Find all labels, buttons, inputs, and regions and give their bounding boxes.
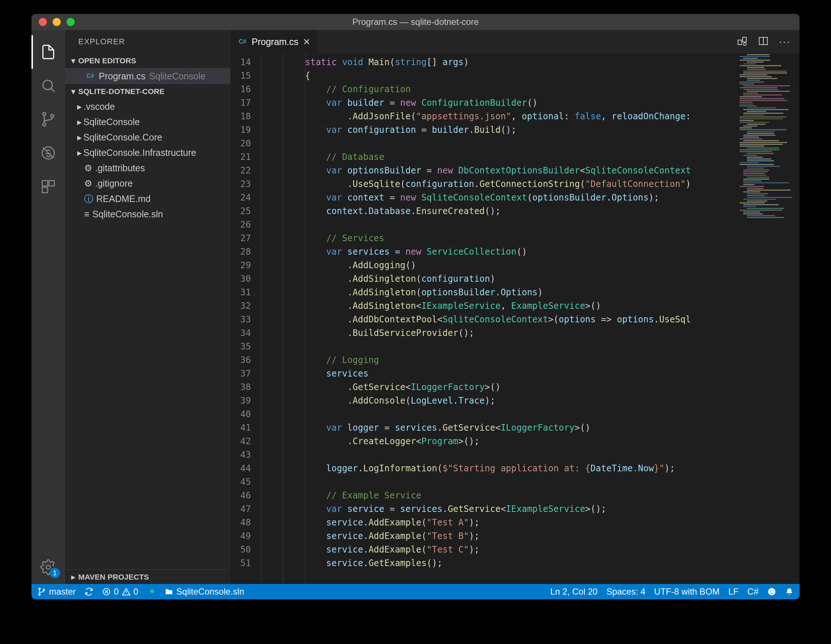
error-icon (102, 587, 111, 596)
info-file-icon: ⓘ (84, 193, 93, 205)
tree-item[interactable]: ⚙.gitignore (65, 175, 231, 191)
open-editor-filename: Program.cs (99, 71, 146, 81)
compare-icon[interactable] (737, 35, 748, 48)
split-editor-button[interactable] (758, 35, 769, 48)
maximize-window-button[interactable] (67, 18, 75, 26)
project-label: SQLITE-DOTNET-CORE (78, 87, 165, 96)
encoding-status[interactable]: UTF-8 with BOM (654, 587, 720, 597)
tree-item[interactable]: ⓘREADME.md (65, 191, 231, 206)
svg-point-2 (43, 123, 46, 126)
language-status[interactable]: C# (747, 587, 759, 597)
tree-item-label: SqliteConsole.Infrastructure (83, 147, 196, 158)
omnisharp-status[interactable] (147, 587, 156, 596)
gear-file-icon: ⚙ (84, 163, 92, 174)
line-gutter[interactable]: 1415161718192021222324252627282930313233… (231, 53, 261, 584)
svg-point-13 (39, 588, 40, 590)
maven-label: MAVEN PROJECTS (78, 573, 149, 582)
tree-item[interactable]: ▸SqliteConsole.Core (65, 129, 231, 145)
indent-status[interactable]: Spaces: 4 (607, 587, 646, 597)
open-editor-path: SqliteConsole (149, 71, 205, 81)
git-branch-icon (40, 111, 56, 128)
close-window-button[interactable] (39, 18, 47, 26)
close-tab-button[interactable]: ✕ (303, 37, 310, 47)
files-icon (40, 44, 56, 60)
tree-item-label: SqliteConsole.sln (92, 209, 163, 220)
smiley-icon (767, 587, 776, 596)
project-selector[interactable]: SqliteConsole.sln (165, 587, 244, 597)
minimap[interactable] (737, 53, 799, 584)
source-control-tab[interactable] (32, 102, 65, 136)
tree-item[interactable]: ▸.vscode (65, 99, 231, 114)
tree-item-label: README.md (96, 194, 151, 204)
extensions-icon (40, 179, 56, 194)
svg-point-19 (772, 591, 774, 592)
warning-icon (122, 587, 131, 596)
update-badge: 1 (50, 568, 60, 578)
traffic-lights (39, 18, 75, 26)
settings-button[interactable]: 1 (32, 550, 65, 584)
search-icon (40, 78, 56, 94)
code-editor[interactable]: static void Main(string[] args){ // Conf… (261, 53, 799, 584)
tree-item[interactable]: ▸SqliteConsole (65, 114, 231, 129)
titlebar[interactable]: Program.cs — sqlite-dotnet-core (32, 14, 799, 30)
tree-item-label: SqliteConsole (83, 117, 140, 128)
svg-point-1 (43, 112, 46, 115)
svg-point-3 (51, 115, 54, 118)
svg-point-8 (46, 565, 51, 569)
file-icon: ≡ (84, 209, 90, 220)
chevron-right-icon: ▸ (75, 117, 83, 128)
tree-item-label: SqliteConsole.Core (83, 132, 162, 143)
tree-item-label: .gitattributes (95, 163, 145, 174)
open-editors-section[interactable]: ▾ OPEN EDITORS (65, 53, 231, 68)
chevron-right-icon: ▸ (75, 132, 83, 143)
tree-item[interactable]: ≡SqliteConsole.sln (65, 206, 231, 222)
svg-point-15 (43, 589, 45, 591)
notifications-button[interactable] (785, 587, 794, 596)
svg-rect-5 (43, 181, 48, 186)
tree-item[interactable]: ⚙.gitattributes (65, 160, 231, 175)
sync-button[interactable] (84, 587, 93, 596)
branch-name: master (49, 587, 76, 597)
svg-point-18 (770, 591, 771, 592)
window-title: Program.cs — sqlite-dotnet-core (352, 17, 478, 27)
sidebar-title: EXPLORER (65, 30, 231, 53)
csharp-file-icon: C# (238, 37, 247, 46)
svg-point-0 (43, 80, 52, 90)
csharp-file-icon: C# (86, 71, 95, 81)
svg-rect-6 (49, 181, 54, 186)
open-editor-item[interactable]: C# Program.cs SqliteConsole (65, 68, 231, 84)
error-count: 0 (114, 587, 118, 597)
extensions-tab[interactable] (32, 170, 65, 204)
editor-area: C# Program.cs ✕ ··· 14151617181920212223… (231, 30, 799, 584)
feedback-button[interactable] (767, 587, 776, 596)
problems-status[interactable]: 0 0 (102, 587, 138, 597)
maven-section[interactable]: ▸ MAVEN PROJECTS (65, 569, 231, 584)
chevron-right-icon: ▸ (75, 147, 83, 158)
svg-rect-7 (43, 187, 48, 193)
cursor-position[interactable]: Ln 2, Col 20 (550, 587, 597, 597)
search-tab[interactable] (32, 69, 65, 102)
svg-rect-10 (742, 37, 746, 42)
debug-tab[interactable] (32, 136, 65, 170)
more-actions-button[interactable]: ··· (779, 36, 791, 48)
chevron-down-icon: ▾ (70, 56, 77, 65)
git-branch-icon (37, 587, 46, 596)
status-bar: master 0 0 SqliteConsole.sln Ln 2, Col 2… (32, 584, 799, 599)
folder-icon (165, 587, 174, 596)
git-branch-status[interactable]: master (37, 587, 76, 597)
sync-icon (84, 587, 93, 596)
bell-icon (785, 587, 794, 596)
editor-tab[interactable]: C# Program.cs ✕ (231, 30, 318, 53)
warning-count: 0 (134, 587, 138, 597)
project-section[interactable]: ▾ SQLITE-DOTNET-CORE (65, 84, 231, 99)
flame-icon (147, 587, 156, 596)
eol-status[interactable]: LF (728, 587, 739, 597)
vscode-window: Program.cs — sqlite-dotnet-core 1 (32, 14, 799, 599)
tab-bar: C# Program.cs ✕ ··· (231, 30, 799, 53)
tree-item[interactable]: ▸SqliteConsole.Infrastructure (65, 145, 231, 160)
tree-item-label: .vscode (83, 101, 115, 112)
explorer-tab[interactable] (32, 35, 65, 69)
tab-filename: Program.cs (252, 37, 298, 47)
chevron-right-icon: ▸ (70, 573, 77, 582)
minimize-window-button[interactable] (53, 18, 61, 26)
